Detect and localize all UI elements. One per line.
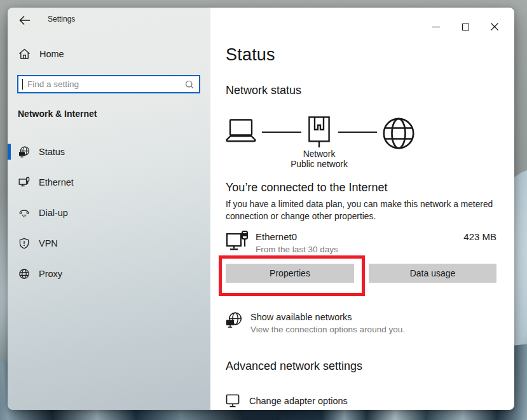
settings-window: Settings Home Network & Internet (8, 8, 514, 410)
back-button[interactable] (18, 13, 32, 27)
adapter-name: Ethernet0 (256, 231, 338, 242)
connection-description: If you have a limited data plan, you can… (226, 198, 505, 222)
globe-monitor-icon (18, 146, 30, 158)
main-panel: Status Network status (210, 8, 514, 410)
sidebar-item-status[interactable]: Status (8, 137, 210, 167)
diagram-line (262, 132, 301, 133)
search-icon (185, 80, 194, 89)
sidebar-item-home[interactable]: Home (18, 48, 64, 60)
house-icon (18, 48, 31, 60)
network-status-heading: Network status (226, 84, 301, 97)
sidebar-item-label: Status (39, 147, 65, 157)
sidebar-item-dialup[interactable]: Dial-up (8, 198, 210, 228)
connected-heading: You’re connected to the Internet (226, 181, 388, 194)
network-diagram: Network Public network (226, 116, 499, 177)
monitor-plug-icon (18, 177, 30, 188)
ethernet-adapter-icon (226, 230, 249, 254)
diagram-network-type: Public network (268, 159, 370, 169)
close-icon (490, 22, 499, 31)
window-controls (421, 18, 509, 35)
adapter-texts: Ethernet0 From the last 30 days (256, 230, 338, 254)
close-button[interactable] (480, 18, 509, 35)
ethernet-connector-icon (308, 116, 330, 148)
change-adapter-options-item[interactable]: Change adapter options (226, 393, 348, 409)
search-input[interactable] (23, 79, 185, 89)
show-networks-texts: Show available networks View the connect… (250, 312, 405, 334)
sidebar-item-label: Proxy (39, 269, 62, 279)
selected-indicator (8, 144, 11, 160)
sidebar-item-ethernet[interactable]: Ethernet (8, 167, 210, 198)
sidebar-item-proxy[interactable]: Proxy (8, 259, 210, 289)
maximize-icon (462, 24, 469, 30)
diagram-line (338, 132, 377, 133)
globe-icon (18, 268, 30, 280)
phone-handset-icon (18, 207, 30, 219)
show-available-networks-item[interactable]: Show available networks View the connect… (226, 312, 405, 334)
back-arrow-icon (18, 13, 32, 27)
available-networks-icon (226, 312, 242, 334)
sidebar-section-heading: Network & Internet (18, 109, 97, 119)
page-title: Status (226, 45, 275, 65)
home-label: Home (39, 49, 64, 59)
show-networks-subtitle: View the connection options around you. (250, 325, 405, 334)
properties-button[interactable]: Properties (226, 264, 354, 283)
search-box (17, 75, 200, 93)
monitor-icon (226, 393, 241, 409)
adapter-period: From the last 30 days (256, 245, 338, 254)
sidebar-item-label: Dial-up (39, 208, 68, 218)
minimize-button[interactable] (421, 18, 451, 35)
shield-icon (18, 238, 30, 249)
sidebar: Settings Home Network & Internet (8, 8, 210, 410)
adapter-row: Ethernet0 From the last 30 days (226, 230, 338, 254)
data-usage-button[interactable]: Data usage (369, 264, 496, 283)
sidebar-item-vpn[interactable]: VPN (8, 228, 210, 259)
internet-globe-icon (382, 117, 415, 150)
window-title: Settings (48, 15, 75, 24)
laptop-icon (226, 119, 256, 143)
show-networks-title: Show available networks (250, 312, 405, 322)
sidebar-item-label: Ethernet (39, 177, 74, 187)
diagram-network-label: Network (268, 149, 370, 159)
sidebar-item-label: VPN (39, 238, 58, 248)
change-adapter-label: Change adapter options (249, 396, 348, 406)
data-usage-value: 423 MB (463, 231, 496, 242)
advanced-settings-heading: Advanced network settings (226, 360, 362, 373)
maximize-button[interactable] (451, 18, 480, 35)
minimize-icon (432, 27, 440, 27)
